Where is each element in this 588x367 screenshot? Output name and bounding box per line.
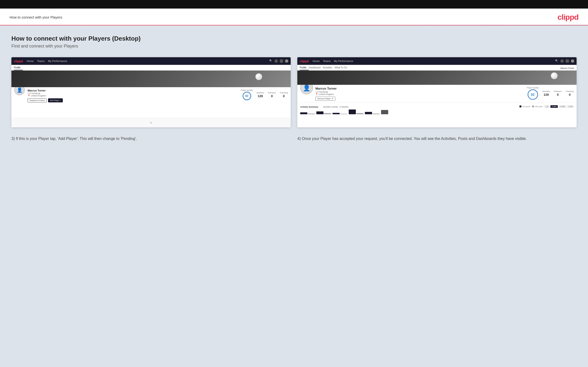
description-row: 3) If this is your Player tap, 'Add Play… <box>11 136 577 142</box>
chart-bar-7 <box>349 109 356 114</box>
right-app-nav: clippd Home Teams My Performance 🔍 <box>297 57 577 65</box>
left-profile-name: Marcus Turner <box>28 89 238 92</box>
right-profile-info: Marcus Turner 1-5 Handicap 📍 United King… <box>315 87 525 101</box>
right-tab-profile[interactable]: Profile <box>300 66 309 70</box>
right-followers-label: Followers <box>554 90 562 92</box>
period-1mth[interactable]: 1 mth <box>567 105 574 108</box>
right-stat-activities: Activities 129 <box>542 90 550 96</box>
left-avatar-icon-person: 👤 <box>17 87 23 93</box>
activity-header: Activity Summary Monthly Activity · 6 Mo… <box>300 104 574 108</box>
chart-bar-5 <box>333 113 340 114</box>
period-1yr[interactable]: 1 yr <box>545 105 550 108</box>
right-activities-value: 129 <box>542 93 550 96</box>
period-3mths[interactable]: 3 mths <box>559 105 566 108</box>
activity-controls: On course Off course 1 yr 6 mths 3 mths … <box>519 105 574 108</box>
chart-bar-3 <box>316 111 323 114</box>
right-nav-icons: 🔍 <box>555 59 574 63</box>
left-followers-label: Followers <box>268 92 276 94</box>
right-settings-icon[interactable] <box>566 59 569 63</box>
period-6mths[interactable]: 6 mths <box>550 105 558 108</box>
location-pin-icon: 📍 <box>28 94 30 97</box>
left-nav-logo: clippd <box>14 59 23 63</box>
off-course-legend-dot <box>532 106 534 107</box>
left-search-icon[interactable]: 🔍 <box>269 59 273 63</box>
chart-bar-1 <box>300 112 307 114</box>
right-quality-block: Player Quality 92 <box>527 87 539 100</box>
chart-bar-2 <box>308 114 315 114</box>
on-course-legend-label: On course <box>522 106 530 107</box>
breadcrumb: How to connect with your Players <box>9 15 62 19</box>
left-nav-home[interactable]: Home <box>27 60 34 62</box>
description-col-left: 3) If this is your Player tap, 'Add Play… <box>11 136 291 142</box>
right-profile-location: 📍 United Kingdom <box>315 93 525 95</box>
right-followers-value: 0 <box>554 93 562 96</box>
left-screenshot-col: clippd Home Teams My Performance 🔍 <box>11 57 291 127</box>
left-nav-icons: 🔍 <box>269 59 288 63</box>
top-bar <box>0 0 588 8</box>
main-content: How to connect with your Players (Deskto… <box>0 25 588 364</box>
page-footer: Copyright Clippd 2022 <box>0 364 588 367</box>
right-tab-group: Profile Dashboard Activities What To On <box>300 66 349 70</box>
activity-summary: Activity Summary Monthly Activity · 6 Mo… <box>297 103 577 116</box>
left-avatar-icon[interactable] <box>285 59 288 63</box>
left-activities-value: 129 <box>256 94 264 98</box>
left-profile-location: 📍 United Kingdom <box>28 94 238 97</box>
left-hero-banner <box>11 71 291 87</box>
right-profile-stats: Player Quality 92 Activities 129 Followe… <box>527 87 574 100</box>
right-stat-followers: Followers 0 <box>554 90 562 96</box>
right-nav-links: Home Teams My Performance <box>312 60 555 62</box>
right-app-tabs: Profile Dashboard Activities What To On … <box>297 65 577 71</box>
right-nav-performance[interactable]: My Performance <box>334 60 353 62</box>
description-text-left: 3) If this is your Player tap, 'Add Play… <box>11 136 291 142</box>
chart-bar-6 <box>340 114 347 114</box>
right-tab-whattoon[interactable]: What To On <box>335 66 350 70</box>
left-settings-icon[interactable] <box>280 59 283 63</box>
left-user-icon[interactable] <box>275 59 278 63</box>
left-nav-performance[interactable]: My Performance <box>48 60 67 62</box>
left-hero-ball <box>255 73 262 80</box>
right-following-label: Following <box>566 90 574 92</box>
request-follow-button[interactable]: Request to Follow <box>28 98 47 102</box>
left-profile-handicap: 1-5 Handicap <box>28 92 238 94</box>
right-following-value: 0 <box>566 93 574 96</box>
chart-bar-10 <box>372 114 380 114</box>
right-tab-activities[interactable]: Activities <box>323 66 334 70</box>
activity-chart <box>300 109 574 114</box>
remove-player-button[interactable]: Remove Player ✕ <box>315 97 335 101</box>
right-nav-home[interactable]: Home <box>312 60 320 62</box>
right-user-icon[interactable] <box>560 59 564 63</box>
left-quality-circle: 92 <box>243 92 251 100</box>
description-text-right: 4) Once your Player has accepted your re… <box>297 136 577 142</box>
page-subtitle: Find and connect with your Players <box>11 44 577 49</box>
right-nav-teams[interactable]: Teams <box>323 60 331 62</box>
left-profile-buttons: Request to Follow Add Player + <box>28 98 238 102</box>
right-user-dropdown[interactable]: Marcus Turner <box>560 67 574 70</box>
left-profile-info: Marcus Turner 1-5 Handicap 📍 United King… <box>28 89 238 102</box>
remove-x-icon: ✕ <box>332 98 333 100</box>
right-search-icon[interactable]: 🔍 <box>555 59 559 63</box>
left-app-tabs: Profile <box>11 65 291 71</box>
right-hero-banner <box>297 71 577 85</box>
left-tab-profile[interactable]: Profile <box>14 66 23 70</box>
page-header: How to connect with your Players clippd <box>0 8 588 25</box>
left-followers-value: 0 <box>268 94 276 98</box>
activity-period: Monthly Activity · 6 Months <box>323 106 348 108</box>
add-player-button[interactable]: Add Player + <box>48 98 63 102</box>
left-nav-teams[interactable]: Teams <box>37 60 45 62</box>
right-mock-screen: clippd Home Teams My Performance 🔍 <box>297 57 577 127</box>
left-quality-label: Player Quality <box>241 89 253 91</box>
left-app-nav: clippd Home Teams My Performance 🔍 <box>11 57 291 65</box>
chart-bar-9 <box>365 112 372 114</box>
left-stat-followers: Followers 0 <box>268 92 276 98</box>
clippd-logo: clippd <box>558 13 579 22</box>
right-hero-ball <box>551 72 558 79</box>
left-following-label: Following <box>280 92 288 94</box>
left-profile-stats: Player Quality 92 Activities 129 Followe… <box>241 89 288 100</box>
right-quality-label: Player Quality <box>527 87 539 89</box>
chart-bar-11 <box>381 110 388 114</box>
description-col-right: 4) Once your Player has accepted your re… <box>297 136 577 142</box>
right-avatar-icon[interactable] <box>571 59 574 63</box>
right-tab-dashboard[interactable]: Dashboard <box>309 66 323 70</box>
right-profile-handicap: 1-5 Handicap <box>315 91 525 93</box>
right-location-pin-icon: 📍 <box>315 93 318 95</box>
